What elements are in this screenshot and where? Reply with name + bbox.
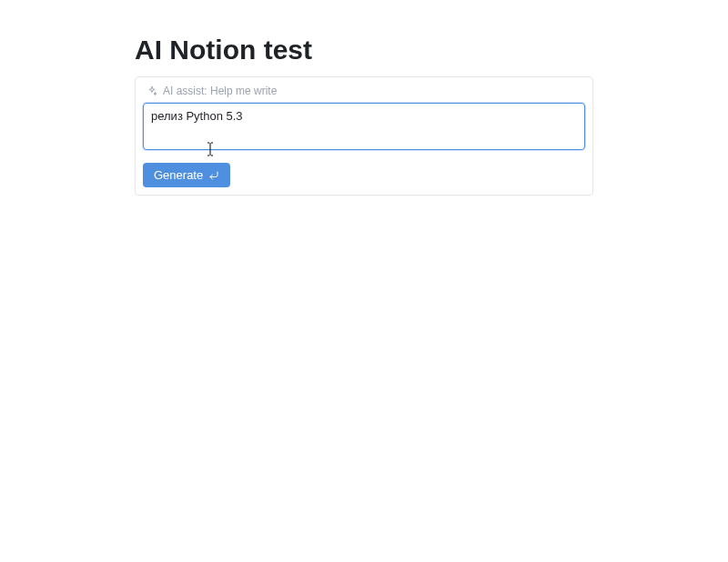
ai-assist-card: AI assist: Help me write Generate (135, 76, 593, 196)
page-title: AI Notion test (0, 0, 728, 76)
sparkle-icon (147, 85, 157, 96)
generate-button-label: Generate (154, 168, 203, 182)
actions-row: Generate (143, 163, 585, 187)
assist-row: AI assist: Help me write (143, 85, 585, 103)
assist-label: AI assist: Help me write (163, 85, 277, 97)
enter-icon (208, 170, 219, 181)
prompt-input[interactable] (143, 103, 585, 150)
generate-button[interactable]: Generate (143, 163, 230, 187)
